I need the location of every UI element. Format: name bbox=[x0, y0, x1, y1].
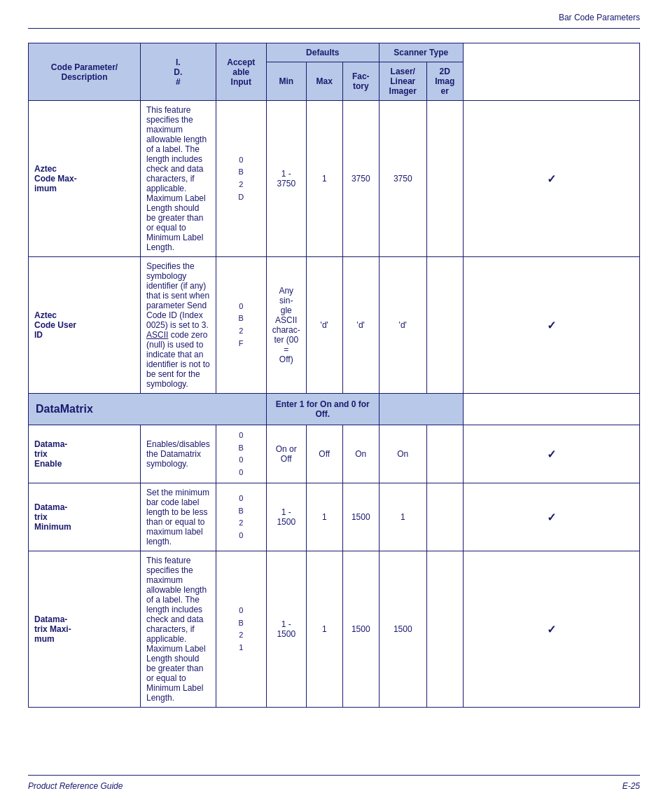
table-header-row1: Code Parameter/ Description I.D.# Accept… bbox=[29, 43, 640, 62]
param-laser bbox=[426, 425, 463, 483]
param-id: 0B2D bbox=[216, 101, 266, 257]
page-header: Bar Code Parameters bbox=[0, 0, 668, 28]
footer-content: Product Reference Guide E-25 bbox=[28, 781, 640, 791]
param-max: 'd' bbox=[342, 257, 379, 394]
param-name-cell: Datama-trix Maxi-mum bbox=[29, 551, 141, 708]
param-laser bbox=[426, 257, 463, 394]
table-wrapper: Code Parameter/ Description I.D.# Accept… bbox=[28, 43, 640, 708]
param-desc-cell: This feature specifies the maximum allow… bbox=[141, 551, 216, 708]
param-laser bbox=[426, 483, 463, 551]
param-name: Datama-trix Maxi-mum bbox=[34, 614, 71, 644]
param-max: 3750 bbox=[342, 101, 379, 257]
param-2d: ✓ bbox=[463, 101, 639, 257]
col-param-desc: Code Parameter/ Description bbox=[29, 43, 141, 101]
col-id: I.D.# bbox=[141, 43, 216, 101]
param-name: Datama-trixMinimum bbox=[34, 502, 71, 532]
param-min: Off bbox=[306, 425, 342, 483]
param-name-cell: Datama-trixMinimum bbox=[29, 483, 141, 551]
param-2d: ✓ bbox=[463, 257, 639, 394]
param-id: 0B2F bbox=[216, 257, 266, 394]
param-accept: 1 - 1500 bbox=[266, 551, 306, 708]
table-row: AztecCode UserID Specifies the symbology… bbox=[29, 257, 640, 394]
section-name: DataMatrix bbox=[29, 394, 267, 425]
param-min: 1 bbox=[306, 551, 342, 708]
param-name-cell: Datama-trixEnable bbox=[29, 425, 141, 483]
param-accept: 1 - 3750 bbox=[266, 101, 306, 257]
param-factory: 3750 bbox=[379, 101, 426, 257]
col-scanner-type: Scanner Type bbox=[379, 43, 463, 62]
param-name: Datama-trixEnable bbox=[34, 439, 67, 469]
param-id: 0B20 bbox=[216, 483, 266, 551]
param-id: 0B00 bbox=[216, 425, 266, 483]
page-footer: Product Reference Guide E-25 bbox=[0, 775, 668, 791]
param-factory: 'd' bbox=[379, 257, 426, 394]
param-min: 1 bbox=[306, 483, 342, 551]
param-laser bbox=[426, 101, 463, 257]
col-factory: Fac-tory bbox=[342, 62, 379, 101]
ascii-link: ASCII bbox=[146, 330, 168, 340]
col-accept: AcceptableInput bbox=[216, 43, 266, 101]
param-desc-cell: Set the minimum bar code label length to… bbox=[141, 483, 216, 551]
param-desc-cell: Enables/disables the Datamatrix symbolog… bbox=[141, 425, 216, 483]
param-min: 'd' bbox=[306, 257, 342, 394]
param-accept: 1 - 1500 bbox=[266, 483, 306, 551]
param-factory: On bbox=[379, 425, 426, 483]
col-max: Max bbox=[306, 62, 342, 101]
param-max: 1500 bbox=[342, 483, 379, 551]
param-desc-cell: This feature specifies the maximum allow… bbox=[141, 101, 216, 257]
param-2d: ✓ bbox=[463, 483, 639, 551]
param-name: AztecCode UserID bbox=[34, 310, 76, 340]
col-min: Min bbox=[266, 62, 306, 101]
param-laser bbox=[426, 551, 463, 708]
param-name-cell: AztecCode UserID bbox=[29, 257, 141, 394]
header-title: Bar Code Parameters bbox=[559, 13, 640, 22]
param-name: AztecCode Max-imum bbox=[34, 164, 77, 193]
param-2d: ✓ bbox=[463, 425, 639, 483]
param-accept: Any sin-gleASCIIcharac-ter (00 =Off) bbox=[266, 257, 306, 394]
param-desc-cell: Specifies the symbology identifier (if a… bbox=[141, 257, 216, 394]
param-factory: 1 bbox=[379, 483, 426, 551]
param-id: 0B21 bbox=[216, 551, 266, 708]
param-accept: On orOff bbox=[266, 425, 306, 483]
section-header-row: DataMatrix Enter 1 for On and 0 for Off. bbox=[29, 394, 640, 425]
main-table: Code Parameter/ Description I.D.# Accept… bbox=[28, 43, 640, 708]
param-max: On bbox=[342, 425, 379, 483]
table-row: Datama-trixMinimum Set the minimum bar c… bbox=[29, 483, 640, 551]
param-min: 1 bbox=[306, 101, 342, 257]
param-factory: 1500 bbox=[379, 551, 426, 708]
footer-left: Product Reference Guide bbox=[28, 781, 123, 791]
param-2d: ✓ bbox=[463, 551, 639, 708]
col-laser: Laser/LinearImager bbox=[379, 62, 426, 101]
section-note: Enter 1 for On and 0 for Off. bbox=[266, 394, 379, 425]
footer-right: E-25 bbox=[622, 781, 640, 791]
footer-divider bbox=[28, 775, 640, 776]
header-divider bbox=[28, 28, 640, 29]
table-row: Datama-trix Maxi-mum This feature specif… bbox=[29, 551, 640, 708]
param-max: 1500 bbox=[342, 551, 379, 708]
col-defaults: Defaults bbox=[266, 43, 379, 62]
param-name-cell: AztecCode Max-imum bbox=[29, 101, 141, 257]
col-2d: 2DImager bbox=[426, 62, 463, 101]
table-row: Datama-trixEnable Enables/disables the D… bbox=[29, 425, 640, 483]
section-spacer bbox=[379, 394, 463, 425]
section-title: DataMatrix bbox=[36, 403, 93, 415]
table-row: AztecCode Max-imum This feature specifie… bbox=[29, 101, 640, 257]
